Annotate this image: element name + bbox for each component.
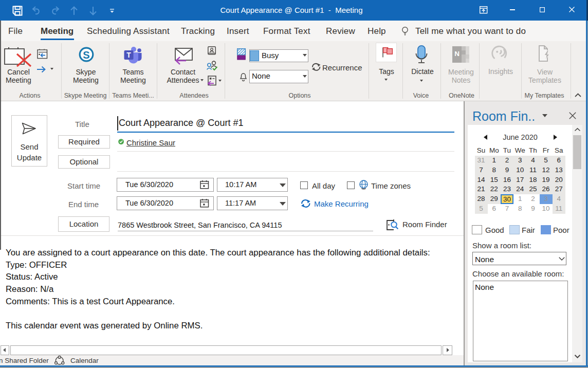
svg-text:N: N bbox=[454, 50, 460, 58]
svg-text:S: S bbox=[83, 49, 89, 61]
svg-text:T: T bbox=[126, 51, 131, 59]
